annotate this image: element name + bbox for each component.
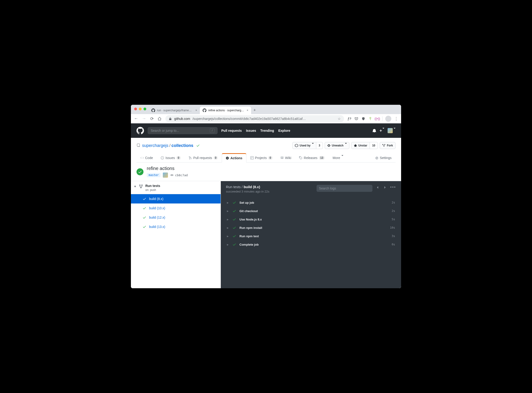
check-icon <box>233 234 236 238</box>
extension-icon[interactable] <box>368 117 373 121</box>
minimize-window-icon[interactable] <box>139 108 142 110</box>
job-item[interactable]: build (10.x) <box>131 203 221 213</box>
close-tab-icon[interactable]: × <box>247 109 248 112</box>
profile-avatar[interactable] <box>385 116 391 122</box>
star-count[interactable]: 10 <box>370 142 378 149</box>
commit-sha[interactable]: cb8c7ad <box>170 173 188 177</box>
tab-settings[interactable]: Settings <box>371 153 396 162</box>
nav-pull-requests[interactable]: Pull requests <box>221 129 242 133</box>
tab-code[interactable]: Code <box>136 153 157 162</box>
close-tab-icon[interactable]: × <box>195 109 197 112</box>
log-step[interactable]: ▶Run npm install10s <box>226 224 396 232</box>
notifications-icon[interactable] <box>373 129 376 133</box>
url-domain: github.com <box>174 117 190 121</box>
tab-title: run · superchargejs/framework@ <box>157 109 194 112</box>
committer-avatar-icon[interactable] <box>163 172 168 178</box>
step-duration: 0s <box>392 243 395 246</box>
tab-pull-requests[interactable]: Pull requests 0 <box>185 153 222 162</box>
check-icon <box>143 225 146 229</box>
tab-releases[interactable]: Releases 13 <box>295 153 329 162</box>
svg-point-5 <box>300 157 300 157</box>
branch-label[interactable]: master <box>147 173 160 177</box>
log-breadcrumb: Run tests / build (8.x) <box>226 185 269 189</box>
tab-more[interactable]: More <box>329 153 347 162</box>
log-search-input[interactable]: Search logs <box>317 185 373 192</box>
bookmark-icon[interactable]: ☆ <box>338 117 341 121</box>
back-button[interactable]: ← <box>134 116 138 121</box>
svg-point-0 <box>370 117 371 118</box>
prev-log-icon[interactable] <box>376 186 379 189</box>
check-icon <box>143 197 146 201</box>
tab-count: 0 <box>214 156 218 160</box>
create-menu[interactable]: + <box>379 128 384 133</box>
commit-title: refine actions <box>147 166 188 171</box>
log-step[interactable]: ▶Run npm test3s <box>226 232 396 240</box>
log-step[interactable]: ▶Use Node.js 8.x5s <box>226 215 396 224</box>
success-status-icon <box>136 168 144 175</box>
log-step[interactable]: ▶Complete job0s <box>226 240 396 249</box>
next-log-icon[interactable] <box>383 186 386 189</box>
new-tab-button[interactable]: + <box>251 106 258 114</box>
run-header: refine actions master cb8c7ad <box>131 162 401 181</box>
tab-projects[interactable]: Projects 0 <box>246 153 277 162</box>
extension-icon[interactable]: ƒ? <box>347 117 352 121</box>
repo-breadcrumb: superchargejs/collections <box>142 143 193 148</box>
step-duration: 2s <box>392 209 395 213</box>
job-item[interactable]: build (8.x) <box>131 194 221 203</box>
repo-name-link[interactable]: collections <box>171 143 193 148</box>
svg-point-7 <box>139 185 140 186</box>
button-label: Used by <box>299 143 310 148</box>
tab-wiki[interactable]: Wiki <box>277 153 295 162</box>
repo-owner-link[interactable]: superchargejs <box>142 143 168 148</box>
check-icon <box>233 209 236 213</box>
pocket-icon[interactable] <box>354 117 358 121</box>
tab-actions[interactable]: Actions <box>222 153 246 162</box>
used-by-button[interactable]: Used by 3 <box>292 142 323 149</box>
star-button[interactable]: Unstar 10 <box>351 142 378 149</box>
chevron-right-icon: ▶ <box>227 243 229 246</box>
workflow-name: Run tests <box>145 184 160 188</box>
forward-button[interactable]: → <box>142 116 146 121</box>
browser-tab[interactable]: refine actions · superchargejs/co × <box>200 107 251 114</box>
watch-button[interactable]: Unwatch <box>325 142 349 149</box>
close-window-icon[interactable] <box>134 108 137 110</box>
chevron-right-icon: ▶ <box>227 201 229 204</box>
browser-tab-bar: run · superchargejs/framework@ × refine … <box>131 105 401 114</box>
step-name: Use Node.js 8.x <box>239 218 262 221</box>
log-step[interactable]: ▶Git checkout2s <box>226 207 396 215</box>
github-logo-icon[interactable] <box>136 127 144 134</box>
lock-icon <box>169 117 172 120</box>
nav-trending[interactable]: Trending <box>260 129 274 133</box>
button-label: Unwatch <box>332 143 343 148</box>
job-item[interactable]: build (13.x) <box>131 222 221 231</box>
svg-point-6 <box>171 174 173 176</box>
fork-button[interactable]: Fork <box>380 142 396 149</box>
reload-button[interactable]: ⟳ <box>149 116 154 121</box>
browser-tab[interactable]: run · superchargejs/framework@ × <box>149 107 200 114</box>
step-name: Run npm install <box>239 226 262 230</box>
tab-label: Pull requests <box>193 156 212 160</box>
privacy-icon[interactable] <box>361 117 365 121</box>
workflow-row[interactable]: ▼ Run tests on: push <box>131 181 221 194</box>
step-duration: 5s <box>392 218 395 221</box>
step-name: Complete job <box>239 243 259 246</box>
broadcast-icon[interactable]: ((•)) <box>375 117 379 121</box>
maximize-window-icon[interactable] <box>144 108 146 110</box>
browser-window: run · superchargejs/framework@ × refine … <box>131 105 401 288</box>
used-by-count[interactable]: 3 <box>316 142 323 149</box>
log-menu-icon[interactable]: ••• <box>390 185 396 190</box>
nav-explore[interactable]: Explore <box>278 129 290 133</box>
step-name: Run npm test <box>239 235 259 238</box>
log-panel: Run tests / build (8.x) succeeded 3 minu… <box>221 181 401 288</box>
slash-shortcut-icon: / <box>210 128 214 133</box>
job-item[interactable]: build (12.x) <box>131 213 221 222</box>
github-search-input[interactable]: Search or jump to... / <box>148 127 218 134</box>
tab-issues[interactable]: Issues 0 <box>157 153 184 162</box>
home-button[interactable] <box>157 117 162 121</box>
browser-menu-icon[interactable]: ⋮ <box>394 116 398 121</box>
window-controls[interactable] <box>133 108 149 113</box>
url-bar[interactable]: github.com/superchargejs/collections/com… <box>165 115 344 122</box>
user-menu[interactable] <box>388 128 396 133</box>
nav-issues[interactable]: Issues <box>246 129 256 133</box>
log-step[interactable]: ▶Set up job2s <box>226 198 396 207</box>
